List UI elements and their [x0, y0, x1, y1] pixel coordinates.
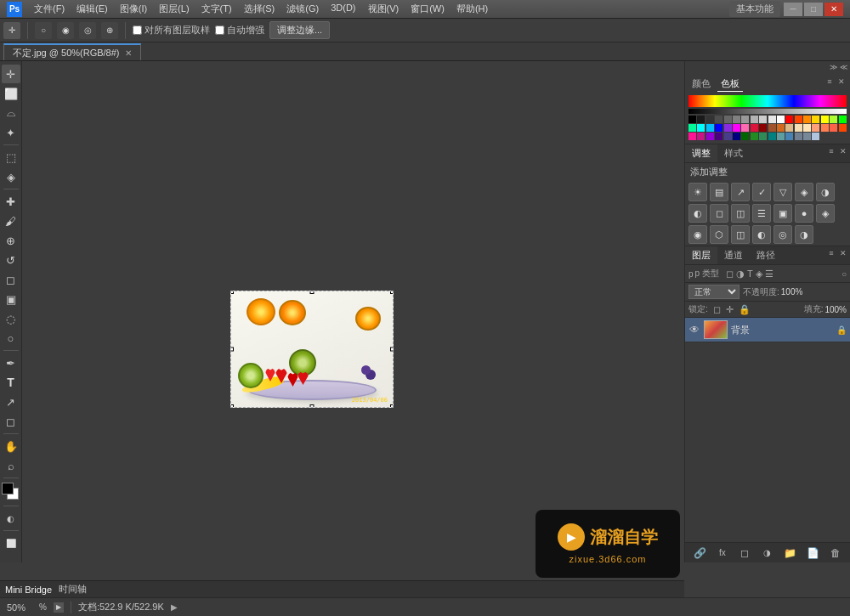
- swatches-tab[interactable]: 色板: [717, 76, 743, 92]
- image-canvas[interactable]: 2013/04/06: [230, 291, 394, 408]
- menu-text[interactable]: 文字(T): [196, 1, 237, 17]
- menu-edit[interactable]: 编辑(E): [71, 1, 113, 17]
- swatch-c71585[interactable]: [697, 133, 705, 140]
- posterize-adj[interactable]: ●: [795, 204, 813, 223]
- hsl-adj[interactable]: ◈: [795, 183, 813, 201]
- threshold-adj[interactable]: ◈: [816, 204, 835, 223]
- swatch-666666[interactable]: [724, 116, 732, 123]
- swatch-adff2f[interactable]: [830, 116, 837, 123]
- tool-preset-icon[interactable]: ✛: [3, 22, 20, 39]
- gradient-map-adj[interactable]: ◉: [688, 225, 707, 244]
- blackwhite-adj[interactable]: ◐: [688, 204, 707, 223]
- close-button[interactable]: ✕: [824, 3, 843, 16]
- swatch-5f9ea0[interactable]: [777, 133, 785, 140]
- color-tab[interactable]: 颜色: [688, 76, 714, 92]
- move-tool[interactable]: ✛: [2, 65, 20, 83]
- menu-view[interactable]: 视图(V): [363, 1, 405, 17]
- swatch-ff4500[interactable]: [839, 124, 847, 132]
- colorlookup-adj[interactable]: ☰: [752, 204, 771, 223]
- zoom-tool[interactable]: ⌕: [2, 456, 20, 475]
- auto-enhance-input[interactable]: [215, 25, 224, 35]
- filter-toggle[interactable]: ○: [842, 269, 847, 279]
- swatch-b0c4de[interactable]: [812, 133, 819, 140]
- swatch-b3b3b3[interactable]: [751, 116, 758, 123]
- invert-adj[interactable]: ▣: [774, 204, 792, 223]
- menu-file[interactable]: 文件(F): [29, 1, 70, 17]
- swatch-006400[interactable]: [741, 133, 749, 140]
- swatch-ff69b4[interactable]: [741, 124, 749, 132]
- swatch-f5deb3[interactable]: [795, 124, 802, 132]
- paths-tab[interactable]: 路径: [750, 246, 782, 264]
- selective-color-adj[interactable]: ⬡: [710, 225, 728, 244]
- color-spectrum[interactable]: [688, 95, 847, 107]
- canvas-area[interactable]: 2013/04/06: [22, 61, 684, 562]
- swatch-dc143c[interactable]: [751, 124, 758, 132]
- swatch-ffff00[interactable]: [821, 116, 829, 123]
- shape-tool[interactable]: ◻: [2, 412, 20, 431]
- swatch-e6e6e6[interactable]: [768, 116, 776, 123]
- layer-delete-button[interactable]: 🗑: [828, 545, 843, 561]
- curves-adj[interactable]: ↗: [731, 183, 750, 201]
- swatch-00ffff[interactable]: [697, 124, 705, 132]
- swatch-ff7f50[interactable]: [821, 124, 829, 132]
- adj-filter-icon[interactable]: ◑: [736, 268, 745, 280]
- swatch-008080[interactable]: [768, 133, 776, 140]
- sample-all-layers-checkbox[interactable]: 对所有图层取样: [133, 24, 210, 37]
- layer-item-background[interactable]: 👁 背景 🔒: [685, 318, 850, 342]
- minimize-button[interactable]: ─: [784, 3, 802, 16]
- magic-wand-tool[interactable]: ✦: [2, 123, 20, 142]
- layer-new-button[interactable]: 📄: [805, 545, 820, 561]
- swatch-00bfff[interactable]: [706, 124, 714, 132]
- panel-close-icon[interactable]: ✕: [836, 76, 847, 87]
- swatch-ff6347[interactable]: [830, 124, 837, 132]
- workspace-label[interactable]: 基本功能: [729, 1, 780, 17]
- vibrance-adj[interactable]: ▽: [774, 183, 792, 201]
- swatch-ff00ff[interactable]: [733, 124, 740, 132]
- foreground-color[interactable]: [2, 483, 14, 494]
- swatch-808080[interactable]: [733, 116, 740, 123]
- pen-tool[interactable]: ✒: [2, 353, 20, 372]
- smart-filter-icon[interactable]: ☰: [765, 268, 774, 280]
- swatch-ffa07a[interactable]: [812, 124, 819, 132]
- healing-tool[interactable]: ✚: [2, 192, 20, 211]
- shape-filter-icon[interactable]: ◈: [756, 268, 762, 280]
- tab-close-1[interactable]: ✕: [125, 48, 132, 58]
- path-select-tool[interactable]: ↗: [2, 393, 20, 411]
- exposure-adj[interactable]: ✓: [752, 183, 771, 201]
- lock-pixels-icon[interactable]: ◻: [713, 304, 721, 315]
- clone-tool[interactable]: ⊕: [2, 231, 20, 250]
- refine-edge-button[interactable]: 调整边缘...: [269, 21, 330, 39]
- marquee-tool[interactable]: ⬜: [2, 84, 20, 103]
- swatch-8a2be2[interactable]: [724, 124, 732, 132]
- lock-all-icon[interactable]: 🔒: [739, 304, 751, 315]
- eyedropper-tool[interactable]: ◈: [2, 167, 20, 186]
- swatch-000080[interactable]: [733, 133, 740, 140]
- blur-tool[interactable]: ◌: [2, 309, 20, 328]
- dodge-tool[interactable]: ○: [2, 329, 20, 348]
- grayscale-bar[interactable]: [688, 109, 847, 114]
- swatch-4d4d4d[interactable]: [715, 116, 722, 123]
- swatch-deb887[interactable]: [785, 124, 793, 132]
- swatch-a0522d[interactable]: [768, 124, 776, 132]
- panel-collapse-icon[interactable]: ≫: [828, 62, 838, 72]
- swatch-00fa9a[interactable]: [688, 124, 696, 132]
- swatch-000000[interactable]: [688, 116, 696, 123]
- channels-tab[interactable]: 通道: [717, 246, 750, 264]
- layer-group-button[interactable]: 📁: [783, 545, 798, 561]
- layers-panel-menu-icon[interactable]: ≡: [826, 248, 836, 258]
- brightness-contrast-adj[interactable]: ☀: [688, 183, 707, 201]
- swatch-333333[interactable]: [706, 116, 714, 123]
- swatch-0000ff[interactable]: [715, 124, 722, 132]
- swatch-4b0082[interactable]: [715, 133, 722, 140]
- lasso-tool[interactable]: ⌓: [2, 104, 20, 122]
- gradient-tool[interactable]: ▣: [2, 290, 20, 308]
- brush-tool[interactable]: 🖌: [2, 212, 20, 230]
- history-brush-tool[interactable]: ↺: [2, 251, 20, 269]
- maximize-button[interactable]: □: [804, 3, 823, 16]
- panel-expand-icon[interactable]: ≪: [838, 62, 848, 72]
- pixel-filter-icon[interactable]: ◻: [726, 268, 734, 280]
- menu-select[interactable]: 选择(S): [239, 1, 280, 17]
- swatch-00ff00[interactable]: [839, 116, 847, 123]
- quick-mask-tool[interactable]: ◐: [2, 509, 20, 528]
- menu-filter[interactable]: 滤镜(G): [281, 1, 324, 17]
